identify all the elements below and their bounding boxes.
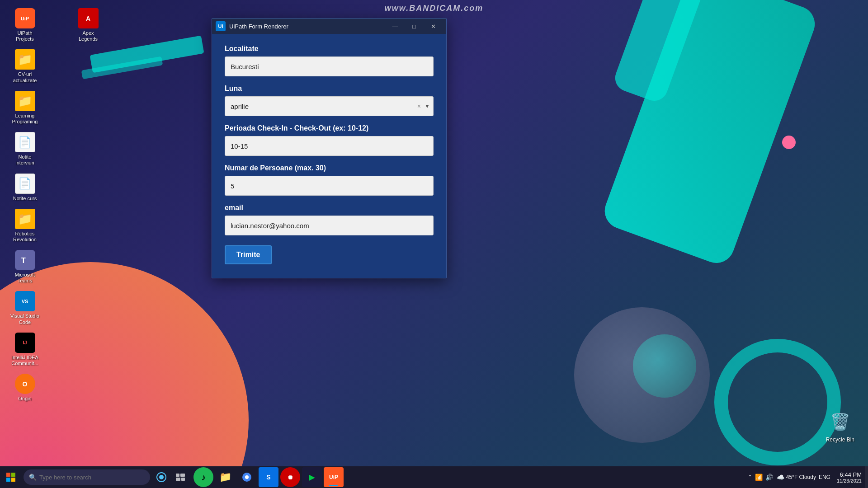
window-controls: — □ ✕: [386, 19, 443, 34]
desktop: www.BANDICAM.com UiP UiPathProjects 📁 CV…: [0, 0, 868, 488]
deco-shape: [574, 307, 710, 443]
desktop-icon-notite[interactable]: 📄 Notiteinterviuri: [5, 128, 45, 169]
numar-input[interactable]: [225, 176, 434, 196]
intellij-label: IntelliJ IDEACommunit...: [11, 355, 38, 366]
desktop-icon-vscode[interactable]: VS Visual StudioCode: [5, 287, 45, 328]
vscode-icon: VS: [15, 291, 35, 311]
desktop-icon-cv-uri[interactable]: 📁 CV-uriactualizate: [5, 46, 45, 87]
desktop-icon-intellij[interactable]: IJ IntelliJ IDEACommunit...: [5, 329, 45, 370]
taskbar-skyscanner[interactable]: S: [259, 467, 278, 487]
taskbar-apps: ♪ 📁 S ⏺ ▶ UiP: [193, 467, 744, 487]
taskbar-obs[interactable]: ⏺: [280, 467, 300, 487]
apex-icon: A: [78, 8, 99, 28]
learning-label: LearningPrograming: [12, 113, 38, 125]
spotify-icon: ♪: [201, 472, 206, 483]
numar-label: Numar de Persoane (max. 30): [225, 164, 434, 172]
taskbar-uipath[interactable]: UiP: [324, 467, 344, 487]
svg-rect-10: [176, 478, 180, 481]
language-indicator: ENG: [816, 474, 833, 480]
trimite-button[interactable]: Trimite: [225, 245, 272, 264]
taskbar-clock[interactable]: 6:44 PM 11/23/2021: [833, 471, 865, 483]
recycle-bin-icon: 🗑️: [828, 410, 853, 435]
recycle-bin[interactable]: 🗑️ Recycle Bin: [826, 410, 854, 443]
svg-rect-3: [11, 473, 15, 477]
apex-label: ApexLegends: [79, 30, 98, 42]
desktop-icons-container: UiP UiPathProjects 📁 CV-uriactualizate 📁…: [5, 5, 131, 434]
vscode-label: Visual StudioCode: [10, 313, 39, 325]
desktop-icon-uipath-projects[interactable]: UiP UiPathProjects: [5, 5, 45, 46]
svg-rect-4: [6, 478, 10, 482]
notite-label: Notiteinterviuri: [15, 154, 34, 166]
form-group-perioada: Perioada Check-In - Check-Out (ex: 10-12…: [225, 124, 434, 156]
media-icon: ▶: [309, 472, 315, 482]
svg-rect-8: [176, 474, 179, 477]
email-input[interactable]: [225, 216, 434, 235]
select-clear-icon[interactable]: ×: [417, 103, 421, 110]
svg-text:T: T: [21, 257, 26, 264]
clock-time: 6:44 PM: [837, 471, 862, 478]
weather-info: ☁️ 45°F Cloudy: [777, 474, 816, 481]
window-titlebar[interactable]: UI UiPath Form Renderer — □ ✕: [212, 19, 446, 34]
taskbar-chrome[interactable]: [237, 467, 257, 487]
chevron-up-icon[interactable]: ⌃: [748, 474, 752, 480]
form-group-numar: Numar de Persoane (max. 30): [225, 164, 434, 196]
origin-label: Origin: [18, 396, 31, 402]
desktop-icon-robotics[interactable]: 📁 RoboticsRevolution: [5, 205, 45, 246]
origin-icon: O: [15, 374, 35, 394]
taskbar-file-explorer[interactable]: 📁: [215, 467, 235, 487]
svg-point-13: [245, 475, 249, 479]
search-input[interactable]: [39, 474, 139, 481]
intellij-icon: IJ: [15, 333, 35, 353]
uipath-window: UI UiPath Form Renderer — □ ✕ Localitate…: [212, 18, 447, 278]
weather-text: 45°F Cloudy: [786, 474, 816, 480]
notite-icon: 📄: [15, 132, 35, 152]
notite-curs-label: Notite curs: [13, 196, 37, 202]
show-desktop-button[interactable]: [865, 466, 868, 488]
cortana-button[interactable]: [152, 466, 171, 488]
cv-uri-label: CV-uriactualizate: [13, 71, 37, 83]
desktop-icon-learning[interactable]: 📁 LearningPrograming: [5, 87, 45, 128]
robotics-icon: 📁: [15, 209, 35, 229]
deco-shape: [782, 136, 796, 149]
localitate-input[interactable]: [225, 56, 434, 76]
taskbar-media[interactable]: ▶: [302, 467, 322, 487]
close-button[interactable]: ✕: [424, 19, 443, 34]
svg-point-7: [159, 475, 164, 479]
robotics-label: RoboticsRevolution: [13, 231, 37, 243]
desktop-icon-origin[interactable]: O Origin: [5, 370, 45, 405]
file-explorer-icon: 📁: [219, 471, 231, 483]
form-group-localitate: Localitate: [225, 45, 434, 76]
search-icon: 🔍: [29, 474, 37, 481]
svg-rect-2: [6, 473, 10, 477]
taskbar-spotify[interactable]: ♪: [193, 467, 213, 487]
svg-rect-9: [180, 474, 185, 477]
window-content: Localitate Luna ianuarie februarie marti…: [212, 34, 446, 278]
task-view-button[interactable]: [171, 466, 190, 488]
perioada-input[interactable]: [225, 136, 434, 156]
learning-icon: 📁: [15, 91, 35, 111]
taskbar-search[interactable]: 🔍: [24, 469, 150, 485]
clock-date: 11/23/2021: [837, 478, 862, 483]
obs-icon: ⏺: [287, 474, 293, 481]
email-label: email: [225, 204, 434, 212]
teams-icon: T: [15, 250, 35, 270]
weather-icon: ☁️: [777, 474, 784, 481]
desktop-icon-apex[interactable]: A ApexLegends: [68, 5, 108, 46]
luna-select[interactable]: ianuarie februarie martie aprilie mai iu…: [225, 96, 434, 116]
chrome-icon: [241, 472, 252, 483]
desktop-icon-teams[interactable]: T MicrosoftTeams: [5, 246, 45, 287]
window-title-icon: UI: [216, 21, 226, 31]
desktop-icon-notite-curs[interactable]: 📄 Notite curs: [5, 170, 45, 205]
maximize-button[interactable]: □: [405, 19, 424, 34]
svg-rect-5: [11, 478, 15, 482]
bandicam-watermark: www.BANDICAM.com: [385, 4, 483, 13]
minimize-button[interactable]: —: [386, 19, 405, 34]
network-icon: 📶: [755, 474, 763, 481]
form-group-luna: Luna ianuarie februarie martie aprilie m…: [225, 84, 434, 116]
start-button[interactable]: [0, 466, 22, 488]
teams-label: MicrosoftTeams: [15, 272, 35, 284]
cv-uri-icon: 📁: [15, 49, 35, 70]
notite-curs-icon: 📄: [15, 174, 35, 194]
svg-rect-11: [181, 478, 185, 481]
luna-select-wrapper: ianuarie februarie martie aprilie mai iu…: [225, 96, 434, 116]
